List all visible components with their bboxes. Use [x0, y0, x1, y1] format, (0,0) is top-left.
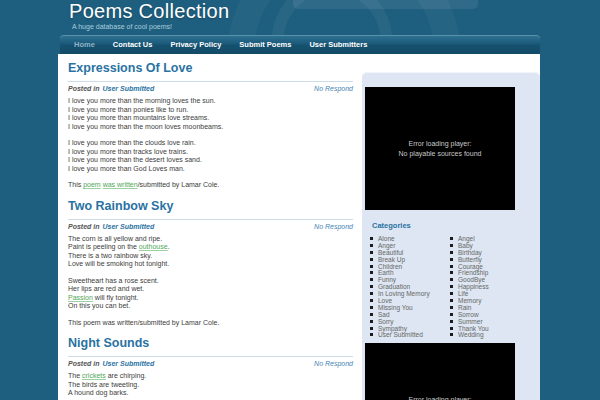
- category-item: Friendship: [450, 269, 530, 276]
- categories-column-1: AloneAngerBeautifulBreak UpChildrenEarth…: [370, 235, 450, 338]
- post-title[interactable]: Expressions Of Love: [68, 60, 353, 77]
- category-item: Sorrow: [450, 311, 530, 318]
- square-bullet-icon: [370, 237, 373, 240]
- post-body: The corn is all yellow and ripe.Paint is…: [68, 235, 353, 328]
- square-bullet-icon: [450, 327, 453, 330]
- category-item: Funny: [370, 276, 450, 283]
- page-background: Poems Collection A huge database of cool…: [0, 0, 600, 400]
- nav-item-privacy-policy[interactable]: Privacy Policy: [161, 40, 230, 49]
- post-divider: [68, 81, 353, 82]
- poem-link[interactable]: outhouse: [139, 243, 168, 250]
- category-item: Graduation: [370, 283, 450, 290]
- square-bullet-icon: [370, 278, 373, 281]
- poem-link[interactable]: was written: [103, 181, 138, 188]
- posted-in-label: Posted in: [68, 360, 100, 367]
- post: Expressions Of Love Posted in User Submi…: [68, 60, 353, 190]
- square-bullet-icon: [450, 320, 453, 323]
- category-item: Missing You: [370, 304, 450, 311]
- post-title[interactable]: Night Sounds: [68, 335, 353, 352]
- square-bullet-icon: [450, 271, 453, 274]
- no-respond-link[interactable]: No Respond: [314, 85, 353, 92]
- category-item: Sympathy: [370, 325, 450, 332]
- category-item: User Submitted: [370, 331, 450, 338]
- post-category-link[interactable]: User Submitted: [103, 360, 155, 367]
- square-bullet-icon: [370, 251, 373, 254]
- category-item: Happiness: [450, 283, 530, 290]
- square-bullet-icon: [370, 313, 373, 316]
- poem-stanza: I love you more than the clouds love rai…: [68, 139, 353, 173]
- player-error-line2: No playable sources found: [399, 149, 482, 159]
- poem-stanza: This poem was written/submitted by Lamar…: [68, 181, 353, 190]
- posts-column: Expressions Of Love Posted in User Submi…: [58, 54, 362, 400]
- post-body: The crickets are chirping.The birds are …: [68, 372, 353, 398]
- post-meta: Posted in User Submitted No Respond: [68, 360, 353, 367]
- category-item: Beautiful: [370, 249, 450, 256]
- category-item: Rain: [450, 304, 530, 311]
- category-item: In Loving Memory: [370, 290, 450, 297]
- square-bullet-icon: [450, 292, 453, 295]
- square-bullet-icon: [370, 244, 373, 247]
- square-bullet-icon: [370, 299, 373, 302]
- nav-item-submit-poems[interactable]: Submit Poems: [230, 40, 300, 49]
- posted-in-label: Posted in: [68, 85, 100, 92]
- post-divider: [68, 219, 353, 220]
- category-item: Memory: [450, 297, 530, 304]
- category-item: Angel: [450, 235, 530, 242]
- site-title[interactable]: Poems Collection: [69, 0, 229, 23]
- poem-stanza: I love you more than the morning loves t…: [68, 97, 353, 131]
- category-item: GoodBye: [450, 276, 530, 283]
- square-bullet-icon: [370, 333, 373, 336]
- square-bullet-icon: [450, 306, 453, 309]
- category-item: Life: [450, 290, 530, 297]
- category-item: Courage: [450, 263, 530, 270]
- square-bullet-icon: [370, 271, 373, 274]
- categories-list: AloneAngerBeautifulBreak UpChildrenEarth…: [370, 235, 534, 338]
- category-item: Love: [370, 297, 450, 304]
- poem-stanza: The corn is all yellow and ripe.Paint is…: [68, 235, 353, 269]
- square-bullet-icon: [450, 299, 453, 302]
- square-bullet-icon: [450, 313, 453, 316]
- category-item: Butterfly: [450, 256, 530, 263]
- no-respond-link[interactable]: No Respond: [314, 360, 353, 367]
- content-wrapper: Expressions Of Love Posted in User Submi…: [58, 54, 540, 400]
- square-bullet-icon: [370, 285, 373, 288]
- poem-stanza: This poem was written/submitted by Lamar…: [68, 319, 353, 328]
- categories-title: Categories: [372, 221, 411, 230]
- category-item: Baby: [450, 242, 530, 249]
- post-title[interactable]: Two Rainbow Sky: [68, 198, 353, 215]
- no-respond-link[interactable]: No Respond: [314, 223, 353, 230]
- poem-link[interactable]: poem: [83, 181, 101, 188]
- category-item: Break Up: [370, 256, 450, 263]
- sidebar: Error loading player: No playable source…: [362, 72, 540, 400]
- poem-link[interactable]: Passion: [68, 294, 93, 301]
- post-divider: [68, 356, 353, 357]
- player-error-line1: Error loading player:: [408, 395, 471, 400]
- square-bullet-icon: [450, 265, 453, 268]
- nav-item-contact-us[interactable]: Contact Us: [104, 40, 162, 49]
- video-player-1[interactable]: Error loading player: No playable source…: [365, 87, 515, 210]
- square-bullet-icon: [450, 244, 453, 247]
- square-bullet-icon: [370, 320, 373, 323]
- nav-item-user-submitters[interactable]: User Submitters: [300, 40, 376, 49]
- category-link[interactable]: User Submitted: [378, 331, 423, 338]
- category-link[interactable]: Wedding: [458, 331, 484, 338]
- category-item: Anger: [370, 242, 450, 249]
- nav-item-home[interactable]: Home: [65, 40, 104, 49]
- categories-column-2: AngelBabyBirthdayButterflyCourageFriends…: [450, 235, 530, 338]
- poem-stanza: The crickets are chirping.The birds are …: [68, 372, 353, 398]
- main-nav: HomeContact UsPrivacy PolicySubmit Poems…: [60, 35, 540, 54]
- video-player-2[interactable]: Error loading player: No playable source…: [365, 343, 515, 400]
- post-meta: Posted in User Submitted No Respond: [68, 223, 353, 230]
- post-meta: Posted in User Submitted No Respond: [68, 85, 353, 92]
- post-category-link[interactable]: User Submitted: [103, 85, 155, 92]
- square-bullet-icon: [370, 258, 373, 261]
- poem-stanza: Sweetheart has a rose scent.Her lips are…: [68, 277, 353, 311]
- square-bullet-icon: [370, 292, 373, 295]
- square-bullet-icon: [450, 251, 453, 254]
- poem-link[interactable]: crickets: [82, 372, 106, 379]
- category-item: Wedding: [450, 331, 530, 338]
- square-bullet-icon: [370, 306, 373, 309]
- post: Two Rainbow Sky Posted in User Submitted…: [68, 198, 353, 328]
- category-item: Thank You: [450, 325, 530, 332]
- post-category-link[interactable]: User Submitted: [103, 223, 155, 230]
